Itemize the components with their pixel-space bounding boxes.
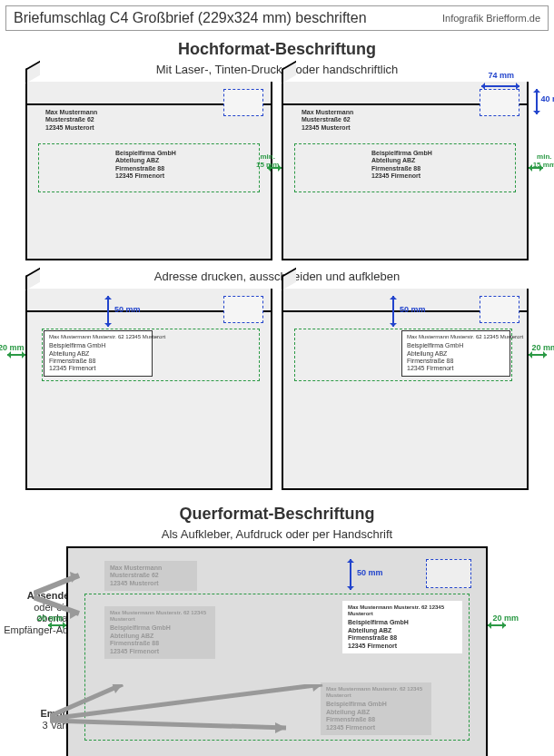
querformat-wrap: Absender hieroder einzeiligoberhalb derE… — [5, 546, 549, 756]
recipient-dept: Abteilung ABZ — [115, 157, 176, 164]
address-label-sticker: Max Mustermann Musterstr. 62 12345 Muste… — [401, 330, 510, 377]
source-label: Infografik Briefform.de — [442, 13, 540, 24]
sender-block: Max Mustermann Musterstraße 62 12345 Mus… — [45, 109, 97, 132]
envelope-portrait-4: 50 mm Max Mustermann Musterstr. 62 12345… — [282, 289, 529, 490]
recipient-city: 12345 Firmenort — [115, 172, 176, 180]
sender-name: Max Mustermann — [45, 109, 97, 116]
sender-oneline: Max Mustermann Musterstr. 62 12345 Muste… — [49, 334, 147, 340]
sender-block: Max Mustermann Musterstraße 62 12345 Mus… — [302, 109, 353, 132]
sender-variant-grey: Max Mustermann Musterstraße 62 12345 Mus… — [104, 561, 197, 591]
dim-50-arrow — [107, 296, 109, 327]
address-label-sticker: Max Mustermann Musterstr. 62 12345 Muste… — [44, 330, 153, 377]
stamp-zone — [223, 296, 263, 323]
row-2: 50 mm Max Mustermann Musterstr. 62 12345… — [5, 289, 549, 492]
sender-oneline: Max Mustermann Musterstr. 62 12345 Muste… — [348, 604, 457, 617]
section-b-sub: Als Aufkleber, Aufdruck oder per Handsch… — [5, 525, 549, 543]
dim-50: 50 mm — [114, 305, 141, 314]
dim-20-right: 20 mm — [531, 343, 554, 352]
section-a-sub2: Adresse drucken, ausschneiden und aufkle… — [5, 268, 549, 285]
sender-city: 12345 Musterort — [45, 124, 97, 132]
dim-min15-left: min. 15 mm — [256, 152, 279, 169]
dim-stamp-width-arrow — [481, 85, 519, 87]
title-bar: Briefumschlag C4 Großbrief (229x324 mm) … — [5, 5, 549, 31]
svg-marker-9 — [275, 722, 286, 733]
stamp-zone — [426, 559, 471, 588]
recipient-variant-1: Max Mustermann Musterstr. 62 12345 Muste… — [104, 606, 215, 659]
stamp-zone — [480, 89, 519, 116]
recipient-variant-2: Max Mustermann Musterstr. 62 12345 Muste… — [342, 601, 462, 653]
recipient-block: Beispielfirma GmbH Abteilung ABZ Firmens… — [115, 150, 176, 181]
svg-marker-7 — [312, 684, 322, 692]
dim-50: 50 mm — [357, 568, 383, 577]
dim-20-arrow — [7, 354, 25, 356]
address-zone: Beispielfirma GmbH Abteilung ABZ Firmens… — [38, 143, 260, 192]
arrow-absender-icon — [34, 566, 88, 621]
envelope-portrait-1: Max Mustermann Musterstraße 62 12345 Mus… — [25, 82, 272, 260]
address-zone: Beispielfirma GmbH Abteilung ABZ Firmens… — [294, 143, 516, 192]
recipient-block: Beispielfirma GmbH Abteilung ABZ Firmens… — [371, 150, 432, 181]
section-a-sub1: Mit Laser-, Tinten-Drucker oder handschr… — [5, 61, 549, 78]
dim-20-right: 20 mm — [492, 614, 519, 623]
dim-stamp-height-arrow — [536, 89, 538, 114]
sender-street: Musterstraße 62 — [45, 116, 97, 123]
arrow-empfaenger-icon — [50, 684, 341, 748]
section-a-title: Hochformat-Beschriftung — [5, 40, 549, 59]
envelope-portrait-3: 50 mm Max Mustermann Musterstr. 62 12345… — [25, 289, 272, 490]
page-title: Briefumschlag C4 Großbrief (229x324 mm) … — [14, 10, 367, 26]
dim-20-right-arrow — [488, 624, 506, 626]
recipient-block: Beispielfirma GmbH Abteilung ABZ Firmens… — [407, 342, 505, 373]
dim-min15-right: min. 15 mm — [533, 152, 554, 169]
stamp-zone — [480, 296, 519, 323]
dim-50-arrow — [350, 559, 351, 590]
dim-20-left: 20 mm — [0, 343, 25, 352]
dim-50: 50 mm — [400, 305, 426, 314]
row-1: Max Mustermann Musterstraße 62 12345 Mus… — [5, 82, 549, 262]
envelope-portrait-2: Max Mustermann Musterstraße 62 12345 Mus… — [282, 82, 529, 260]
dim-50-arrow — [392, 296, 394, 327]
envelope-landscape: 50 mm Max Mustermann Musterstraße 62 123… — [66, 546, 488, 756]
section-b-title: Querformat-Beschriftung — [5, 505, 549, 524]
recipient-block: Beispielfirma GmbH Abteilung ABZ Firmens… — [49, 342, 147, 373]
dim-20-arrow — [529, 354, 547, 356]
dim-stamp-height: 40 mm — [540, 94, 554, 103]
recipient-street: Firmenstraße 88 — [115, 165, 176, 172]
dim-20-left-arrow — [48, 624, 66, 626]
dim-stamp-width: 74 mm — [488, 71, 514, 80]
svg-line-8 — [50, 721, 286, 728]
svg-line-6 — [50, 684, 322, 719]
recipient-name: Beispielfirma GmbH — [115, 150, 176, 157]
sender-oneline: Max Mustermann Musterstr. 62 12345 Muste… — [407, 334, 505, 340]
stamp-zone — [223, 89, 263, 116]
